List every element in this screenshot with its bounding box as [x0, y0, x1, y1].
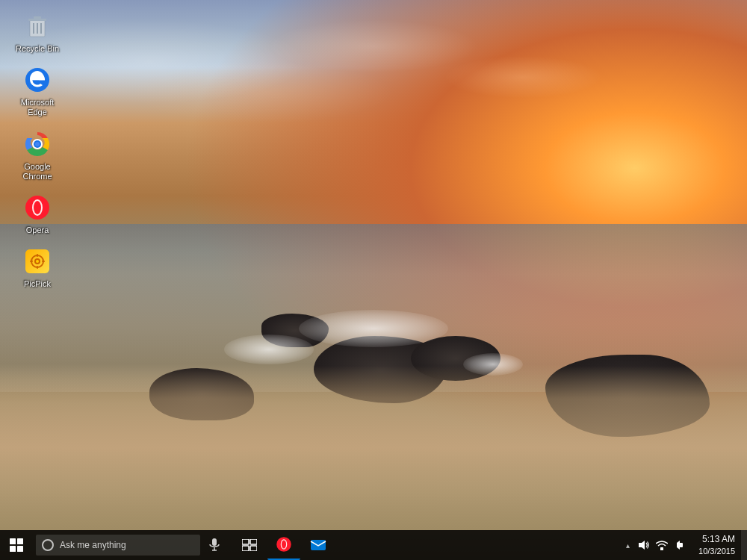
svg-point-9	[35, 142, 40, 146]
search-circle-icon	[42, 539, 54, 551]
svg-rect-29	[242, 539, 249, 544]
svg-rect-31	[242, 546, 249, 551]
svg-rect-30	[250, 539, 257, 544]
volume-icon[interactable]	[637, 538, 651, 552]
svg-rect-24	[10, 546, 16, 552]
svg-rect-38	[660, 547, 663, 550]
clock-time: 5:13 AM	[702, 534, 735, 546]
speaker-icon[interactable]	[673, 538, 686, 552]
svg-rect-2	[34, 16, 41, 19]
svg-rect-25	[17, 546, 23, 552]
taskbar: Ask me anything	[0, 530, 747, 560]
svg-rect-26	[212, 538, 217, 546]
svg-rect-1	[28, 19, 46, 21]
opera-icon[interactable]: Opera	[7, 189, 67, 239]
clock-date: 10/3/2015	[698, 546, 735, 556]
microphone-icon[interactable]	[203, 530, 226, 560]
picpick-image	[22, 246, 52, 276]
picpick-desktop-icon[interactable]: PicPick	[7, 243, 67, 293]
taskbar-right: ▴	[624, 530, 747, 560]
recycle-bin-image	[22, 11, 52, 41]
tray-expand-button[interactable]: ▴	[624, 541, 631, 550]
taskbar-mail-button[interactable]	[302, 530, 335, 560]
svg-point-12	[34, 201, 41, 214]
wave-foam-2	[299, 310, 448, 347]
opera-label: Opera	[26, 225, 49, 235]
network-icon[interactable]	[655, 538, 669, 552]
picpick-label: PicPick	[24, 279, 51, 289]
opera-image	[22, 193, 52, 223]
search-placeholder-text: Ask me anything	[60, 540, 126, 550]
svg-rect-23	[17, 538, 23, 544]
taskbar-opera-button[interactable]	[267, 530, 300, 560]
google-chrome-icon[interactable]: Google Chrome	[7, 125, 67, 185]
chrome-label: Google Chrome	[11, 162, 63, 181]
chrome-image	[22, 129, 52, 159]
show-desktop-button[interactable]	[741, 530, 747, 560]
edge-image	[22, 65, 52, 95]
svg-point-17	[36, 260, 39, 263]
svg-rect-36	[311, 540, 326, 550]
search-bar[interactable]: Ask me anything	[36, 535, 200, 556]
svg-point-35	[282, 541, 286, 549]
recycle-bin-icon[interactable]: Recycle Bin	[7, 7, 67, 57]
task-view-button[interactable]	[233, 530, 266, 560]
clock[interactable]: 5:13 AM 10/3/2015	[692, 534, 741, 556]
svg-rect-32	[250, 546, 257, 551]
desktop-icons: Recycle Bin Microsoft Edge	[7, 7, 67, 293]
svg-marker-37	[639, 541, 645, 550]
svg-marker-40	[677, 541, 680, 550]
system-tray	[631, 538, 692, 552]
microsoft-edge-icon[interactable]: Microsoft Edge	[7, 61, 67, 121]
wave-foam-1	[224, 335, 314, 364]
recycle-bin-label: Recycle Bin	[16, 44, 59, 54]
edge-label: Microsoft Edge	[11, 98, 63, 117]
sand-layer	[0, 366, 747, 530]
svg-rect-22	[10, 538, 16, 544]
desktop: Recycle Bin Microsoft Edge	[0, 0, 747, 560]
taskbar-running-apps	[233, 530, 335, 560]
start-button[interactable]	[0, 530, 33, 560]
